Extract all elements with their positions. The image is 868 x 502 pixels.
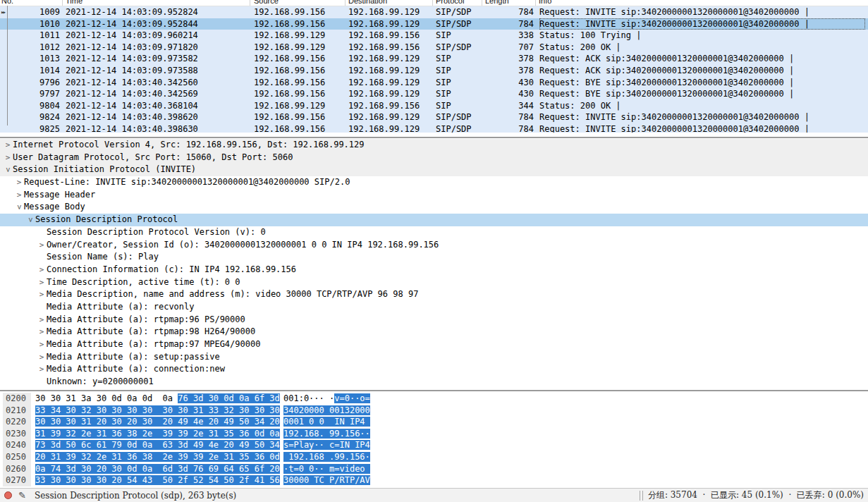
packet-row[interactable]: 1010 2021-12-14 14:03:09.952844 192.168.… bbox=[0, 18, 868, 30]
packet-row[interactable]: 9796 2021-12-14 14:03:40.342560 192.168.… bbox=[0, 77, 868, 89]
detail-tree-row[interactable]: > Request-Line: INVITE sip:3402000000132… bbox=[0, 176, 868, 189]
hex-bytes[interactable]: 30 30 31 3a 30 0d 0a 0d 0a 76 3d 30 0d 0… bbox=[35, 393, 280, 405]
hex-ascii[interactable]: 192.168 .99.156· bbox=[283, 451, 370, 463]
hex-ascii[interactable]: s=Play·· c=IN IP4 bbox=[283, 439, 370, 451]
expander-icon[interactable]: > bbox=[37, 314, 47, 326]
expander-icon[interactable]: > bbox=[37, 276, 47, 289]
hex-row[interactable]: 0230 31 39 32 2e 31 36 38 2e 39 39 2e 31… bbox=[0, 428, 868, 440]
packet-row[interactable]: 9825 2021-12-14 14:03:40.398630 192.168.… bbox=[0, 123, 868, 133]
hex-bytes-selected[interactable]: 0a 74 3d 30 20 30 0d 0a 6d 3d 76 69 64 6… bbox=[35, 464, 280, 474]
expander-icon[interactable]: > bbox=[1, 165, 14, 175]
hex-ascii-selected[interactable]: 192.168 .99.156· bbox=[283, 452, 370, 462]
expander-icon[interactable]: > bbox=[37, 239, 47, 252]
packet-row[interactable]: ▸▸ 1009 2021-12-14 14:03:09.952824 192.1… bbox=[0, 6, 868, 18]
expander-icon[interactable]: > bbox=[37, 351, 47, 364]
detail-tree-row[interactable]: Session Description Protocol Version (v)… bbox=[0, 226, 868, 239]
detail-tree-row[interactable]: > Session Initiation Protocol (INVITE) bbox=[0, 164, 868, 176]
hex-bytes[interactable]: 73 3d 50 6c 61 79 0d 0a 63 3d 49 4e 20 4… bbox=[35, 439, 280, 451]
hex-bytes-selected[interactable]: 73 3d 50 6c 61 79 0d 0a 63 3d 49 4e 20 4… bbox=[35, 440, 280, 450]
col-header-no[interactable]: No. bbox=[1, 0, 13, 5]
packet-row[interactable]: 9804 2021-12-14 14:03:40.368104 192.168.… bbox=[0, 100, 868, 112]
expander-icon[interactable]: > bbox=[13, 202, 25, 212]
col-header-info[interactable]: Info bbox=[539, 0, 551, 5]
detail-tree-row[interactable]: > Media Attribute (a): rtpmap:98 H264/90… bbox=[0, 326, 868, 338]
detail-tree-row[interactable]: > Message Body bbox=[0, 201, 868, 214]
expander-icon[interactable]: > bbox=[37, 264, 47, 276]
hex-bytes[interactable]: 33 34 30 32 30 30 30 30 30 30 31 33 32 3… bbox=[35, 405, 280, 417]
hex-ascii[interactable]: 192.168. 99.156·· bbox=[283, 428, 370, 440]
expander-icon[interactable]: > bbox=[24, 215, 37, 225]
col-header-protocol[interactable]: Protocol bbox=[436, 0, 464, 5]
hex-bytes[interactable]: 0a 74 3d 30 20 30 0d 0a 6d 3d 76 69 64 6… bbox=[35, 463, 280, 475]
packet-row[interactable]: 1011 2021-12-14 14:03:09.960214 192.168.… bbox=[0, 30, 868, 42]
detail-tree-row[interactable]: > Time Description, active time (t): 0 0 bbox=[0, 276, 868, 289]
hex-bytes[interactable]: 33 30 30 30 30 20 54 43 50 2f 52 54 50 2… bbox=[35, 475, 280, 486]
packet-row[interactable]: 1013 2021-12-14 14:03:09.973582 192.168.… bbox=[0, 53, 868, 65]
expander-icon[interactable]: > bbox=[3, 152, 13, 164]
expander-icon[interactable]: > bbox=[37, 363, 47, 376]
expander-icon[interactable]: > bbox=[37, 326, 47, 338]
expander-icon[interactable]: > bbox=[3, 139, 13, 152]
hex-ascii[interactable]: 0001 0 0 IN IP4 bbox=[283, 416, 370, 428]
detail-tree-row[interactable]: > Internet Protocol Version 4, Src: 192.… bbox=[0, 139, 868, 152]
hex-ascii[interactable]: 30000 TC P/RTP/AV bbox=[283, 475, 370, 486]
expander-icon[interactable]: > bbox=[37, 338, 47, 351]
hex-bytes[interactable]: 30 30 30 31 20 30 20 30 20 49 4e 20 49 5… bbox=[35, 416, 280, 428]
hex-row[interactable]: 0240 73 3d 50 6c 61 79 0d 0a 63 3d 49 4e… bbox=[0, 439, 868, 451]
col-header-length[interactable]: Length bbox=[485, 0, 509, 5]
hex-ascii-selected[interactable]: 192.168. 99.156·· bbox=[283, 429, 370, 439]
hex-bytes-selected[interactable]: 33 30 30 30 30 20 54 43 50 2f 52 54 50 2… bbox=[35, 475, 280, 485]
hex-bytes-plain[interactable]: 30 30 31 3a 30 0d 0a 0d 0a bbox=[35, 393, 178, 403]
detail-tree-row[interactable]: > Media Attribute (a): connection:new bbox=[0, 363, 868, 376]
hex-bytes-selected[interactable]: 30 30 30 31 20 30 20 30 20 49 4e 20 49 5… bbox=[35, 417, 280, 427]
detail-tree-row[interactable]: > Media Description, name and address (m… bbox=[0, 288, 868, 301]
hex-ascii-plain[interactable]: 001:0··· · bbox=[283, 393, 334, 403]
detail-tree-row[interactable]: Media Attribute (a): recvonly bbox=[0, 301, 868, 314]
hex-row[interactable]: 0200 30 30 31 3a 30 0d 0a 0d 0a 76 3d 30… bbox=[0, 393, 868, 405]
hex-bytes[interactable]: 20 31 39 32 2e 31 36 38 2e 39 39 2e 31 3… bbox=[35, 451, 280, 463]
hex-ascii[interactable]: 34020000 00132000 bbox=[283, 405, 370, 417]
hex-bytes[interactable]: 31 39 32 2e 31 36 38 2e 39 39 2e 31 35 3… bbox=[35, 428, 280, 440]
packet-row[interactable]: 9824 2021-12-14 14:03:40.398620 192.168.… bbox=[0, 111, 868, 123]
detail-tree-row[interactable]: Session Name (s): Play bbox=[0, 251, 868, 264]
hex-ascii-selected[interactable]: 30000 TC P/RTP/AV bbox=[283, 475, 370, 485]
detail-tree-row[interactable]: Unknown: y=0200000001 bbox=[0, 376, 868, 388]
detail-tree-row[interactable]: > User Datagram Protocol, Src Port: 1506… bbox=[0, 152, 868, 164]
col-header-source[interactable]: Source bbox=[254, 0, 279, 5]
detail-tree-row[interactable]: > Owner/Creator, Session Id (o): 3402000… bbox=[0, 239, 868, 252]
hex-ascii-selected[interactable]: s=Play·· c=IN IP4 bbox=[283, 440, 370, 450]
packet-row[interactable]: 1012 2021-12-14 14:03:09.971820 192.168.… bbox=[0, 42, 868, 54]
hex-ascii[interactable]: ·t=0 0·· m=video bbox=[283, 463, 370, 475]
packet-details-pane[interactable]: > Internet Protocol Version 4, Src: 192.… bbox=[0, 139, 868, 388]
expander-icon[interactable]: > bbox=[37, 288, 47, 301]
hex-bytes-selected[interactable]: 20 31 39 32 2e 31 36 38 2e 39 39 2e 31 3… bbox=[35, 452, 280, 462]
hex-row[interactable]: 0270 33 30 30 30 30 20 54 43 50 2f 52 54… bbox=[0, 475, 868, 486]
hex-ascii-selected[interactable]: 0001 0 0 IN IP4 bbox=[283, 417, 370, 427]
hex-ascii[interactable]: 001:0··· ·v=0··o= bbox=[283, 393, 370, 405]
packet-row[interactable]: 9797 2021-12-14 14:03:40.342569 192.168.… bbox=[0, 88, 868, 100]
pane-splitter[interactable] bbox=[0, 390, 868, 391]
expander-icon[interactable]: > bbox=[14, 176, 24, 189]
hex-dump-pane[interactable]: 0200 30 30 31 3a 30 0d 0a 0d 0a 76 3d 30… bbox=[0, 393, 868, 486]
packet-list-pane[interactable]: ▸▸ 1009 2021-12-14 14:03:09.952824 192.1… bbox=[0, 6, 868, 133]
hex-ascii-selected[interactable]: 34020000 00132000 bbox=[283, 405, 370, 415]
capture-comment-icon[interactable]: ✎ bbox=[18, 490, 26, 501]
hex-bytes-selected[interactable]: 76 3d 30 0d 0a 6f 3d bbox=[178, 393, 280, 403]
detail-tree-row[interactable]: > Media Attribute (a): rtpmap:96 PS/9000… bbox=[0, 314, 868, 326]
hex-row[interactable]: 0220 30 30 30 31 20 30 20 30 20 49 4e 20… bbox=[0, 416, 868, 428]
hex-ascii-selected[interactable]: v=0··o= bbox=[334, 393, 370, 403]
expander-icon[interactable]: > bbox=[14, 189, 24, 202]
detail-tree-row[interactable]: > Message Header bbox=[0, 189, 868, 202]
hex-row[interactable]: 0210 33 34 30 32 30 30 30 30 30 30 31 33… bbox=[0, 405, 868, 417]
pane-splitter[interactable] bbox=[0, 137, 868, 138]
col-header-time[interactable]: Time bbox=[66, 0, 82, 5]
hex-bytes-selected[interactable]: 31 39 32 2e 31 36 38 2e 39 39 2e 31 35 3… bbox=[35, 429, 280, 439]
hex-row[interactable]: 0250 20 31 39 32 2e 31 36 38 2e 39 39 2e… bbox=[0, 451, 868, 463]
detail-tree-row[interactable]: > Media Attribute (a): setup:passive bbox=[0, 351, 868, 364]
detail-tree-row[interactable]: > Session Description Protocol bbox=[0, 214, 868, 226]
expert-info-icon[interactable] bbox=[4, 491, 12, 499]
hex-row[interactable]: 0260 0a 74 3d 30 20 30 0d 0a 6d 3d 76 69… bbox=[0, 463, 868, 475]
hex-bytes-selected[interactable]: 33 34 30 32 30 30 30 30 30 30 31 33 32 3… bbox=[35, 405, 280, 415]
col-header-destination[interactable]: Destination bbox=[348, 0, 387, 5]
hex-ascii-selected[interactable]: ·t=0 0·· m=video bbox=[283, 464, 370, 474]
